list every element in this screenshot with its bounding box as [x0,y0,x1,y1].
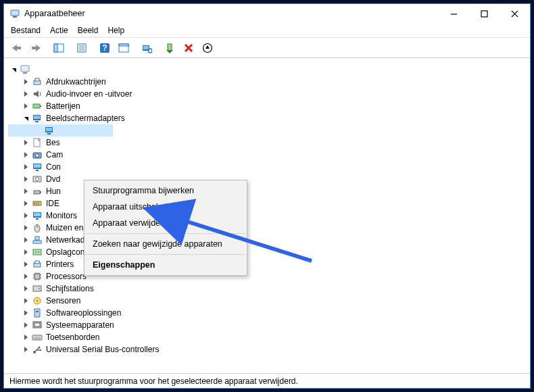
uninstall-device-button[interactable] [180,40,197,56]
view-button[interactable] [115,40,132,56]
cm-remove-device[interactable]: Apparaat verwijderen [84,215,247,231]
update-driver-button[interactable] [199,40,216,56]
svg-rect-9 [32,47,36,49]
tree-item-18[interactable]: Softwareoplossingen [8,307,526,319]
svg-rect-11 [54,44,57,52]
expander-icon[interactable] [34,126,42,134]
enable-device-button[interactable] [161,40,178,56]
expander-icon[interactable] [22,175,30,183]
expander-icon[interactable] [22,321,30,329]
tree-item-label: Con [46,162,61,172]
menu-help[interactable]: Help [107,26,124,35]
svg-rect-40 [46,128,52,131]
svg-point-81 [37,300,39,302]
tree-item-label: Universal Serial Bus-controllers [46,345,159,354]
expander-icon[interactable] [22,309,30,317]
show-hide-tree-button[interactable] [50,40,68,56]
tree-item-3[interactable]: Beeldschermadapters [8,112,526,124]
cm-properties[interactable]: Eigenschappen [84,257,247,273]
tree-item-21[interactable]: Universal Serial Bus-controllers [8,343,526,356]
mouse-icon [31,222,43,233]
svg-rect-64 [33,249,41,255]
expander-icon[interactable] [22,78,30,86]
maximize-button[interactable] [469,4,500,23]
titlebar: Apparaatbeheer [4,4,530,23]
expander-icon[interactable] [22,345,30,353]
svg-rect-47 [36,170,39,171]
properties-button[interactable] [73,40,91,56]
tree-item-6[interactable]: Con [8,161,526,173]
svg-rect-19 [119,44,128,46]
tree-root[interactable] [8,64,526,76]
tree-item-label: Bes [46,138,60,147]
keyboard-icon [31,332,43,343]
status-text: Hiermee wordt het stuurprogramma voor he… [9,376,298,386]
monitor-icon [31,210,43,221]
svg-rect-82 [34,309,40,317]
tree-item-label: Schijfstations [46,284,94,293]
menu-view[interactable]: Beeld [78,26,99,35]
tree-item-4[interactable]: Bes [8,137,526,149]
svg-point-44 [36,154,39,157]
svg-rect-34 [33,104,40,108]
tree-item-0[interactable]: Afdrukwachtrijen [8,76,526,88]
expander-icon[interactable] [22,285,30,293]
expander-icon[interactable] [22,272,30,280]
tree-item-label: Audio-invoer en -uitvoer [46,89,132,99]
expander-icon[interactable] [22,248,30,256]
tree-item-17[interactable]: Sensoren [8,295,526,307]
system-icon [31,320,43,330]
forward-button[interactable] [27,40,45,56]
expander-icon[interactable] [22,114,30,122]
svg-point-66 [38,251,39,253]
svg-rect-93 [40,349,41,351]
tree-child-3-0[interactable] [8,124,113,137]
tree-item-label: Afdrukwachtrijen [46,77,106,87]
expander-icon[interactable] [22,212,30,220]
expander-icon[interactable] [22,199,30,207]
help-button[interactable]: ? [96,40,114,56]
scan-hardware-button[interactable] [138,40,155,56]
tree-item-20[interactable]: Toetsenborden [8,331,526,343]
cm-scan-hardware[interactable]: Zoeken naar gewijzigde apparaten [84,236,247,252]
expander-icon[interactable] [22,333,30,341]
expander-icon[interactable] [22,163,30,171]
expander-icon[interactable] [22,260,30,268]
cm-update-driver[interactable]: Stuurprogramma bijwerken [84,182,247,199]
cpu-icon [31,271,43,282]
back-button[interactable] [8,40,26,56]
disc-drive-icon [31,174,43,185]
expander-icon[interactable] [22,151,30,159]
expander-icon[interactable] [22,236,30,244]
menu-action[interactable]: Actie [50,26,68,35]
svg-point-65 [35,251,37,253]
expander-icon[interactable] [22,139,30,147]
svg-rect-58 [36,218,39,220]
tree-item-16[interactable]: Schijfstations [8,283,526,295]
svg-rect-51 [40,191,41,193]
computer-root-icon [19,64,31,75]
tree-item-19[interactable]: Systeemapparaten [8,319,526,331]
expander-icon[interactable] [22,102,30,110]
printer-icon [31,259,43,270]
svg-rect-3 [481,11,487,17]
tree-item-5[interactable]: Cam [8,149,526,161]
menu-file[interactable]: Bestand [11,26,41,35]
tree-item-2[interactable]: Batterijen [8,100,526,112]
display-adapter-icon [43,125,55,136]
expander-icon[interactable] [22,297,30,305]
context-menu: Stuurprogramma bijwerken Apparaat uitsch… [84,180,247,276]
minimize-button[interactable] [439,4,469,23]
close-button[interactable] [500,4,530,23]
cm-separator [86,254,245,255]
expander-icon[interactable] [9,66,18,74]
cm-disable-device[interactable]: Apparaat uitschakelen [84,199,247,215]
expander-icon[interactable] [22,224,30,232]
expander-icon[interactable] [22,187,30,195]
svg-rect-68 [35,261,39,264]
expander-icon[interactable] [22,90,30,98]
network-icon [31,235,43,245]
svg-marker-33 [34,91,39,97]
tree-item-1[interactable]: Audio-invoer en -uitvoer [8,88,526,100]
svg-marker-8 [36,45,41,51]
